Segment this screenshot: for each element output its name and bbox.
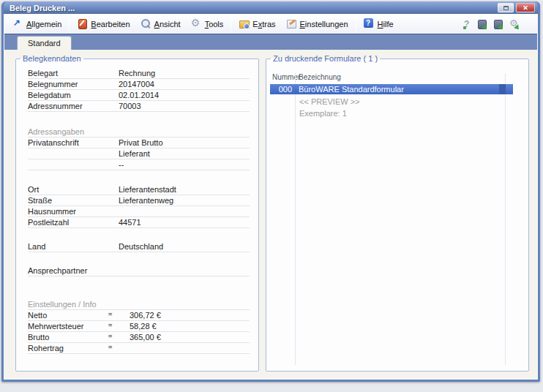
field-value: Lieferantenweg (119, 196, 250, 205)
tab-standard[interactable]: Standard (17, 36, 72, 50)
forms-to-print-legend: Zu druckende Formulare ( 1 ) (271, 54, 380, 63)
toolbar-right-icons (461, 19, 520, 29)
field-label: Rohertrag (28, 344, 119, 353)
field-value: 44571 (119, 218, 250, 227)
menu-item-hilfe[interactable]: Hilfe (359, 16, 399, 32)
field-value: 58,28 € (119, 322, 250, 331)
form-list-row[interactable]: 000BüroWARE Standardformular (270, 84, 513, 94)
field-row: Ansprechpartner (28, 265, 250, 276)
menu-item-label: Einstellungen (300, 20, 348, 29)
field-label: Belegdatum (28, 91, 119, 99)
menu-item-label: Tools (205, 20, 224, 29)
field-label: Adressangaben (28, 127, 119, 136)
field-row: BelegartRechnung (28, 68, 250, 79)
menu-item-bearbeiten[interactable]: Bearbeiten (72, 16, 135, 32)
menu-item-einstellungen[interactable]: Einstellungen (281, 16, 353, 32)
field-value: Deutschland (119, 242, 250, 251)
row-spacer (25, 252, 250, 265)
field-label: Brutto (28, 333, 119, 342)
arrow-up-right-icon (12, 18, 23, 29)
field-label: Belegnummer (28, 80, 119, 88)
field-label: Ansprechpartner (28, 266, 119, 275)
row-spacer (25, 112, 250, 127)
import-document-icon[interactable] (493, 19, 503, 29)
form-number: 000 (270, 85, 295, 94)
field-row: Lieferant (28, 148, 250, 159)
menu-separator (356, 17, 356, 31)
list-header: Nummer Bezeichnung (270, 73, 513, 83)
field-value: 70003 (119, 102, 250, 110)
field-row: Rohertrag= (28, 343, 250, 354)
field-row: Brutto=365,00 € (28, 332, 250, 343)
field-label: Ort (28, 185, 119, 194)
help-question-icon[interactable] (461, 19, 471, 29)
field-value: 02.01.2014 (119, 91, 250, 99)
field-label: Straße (28, 196, 119, 205)
tab-strip: Standard (4, 34, 537, 50)
print-settings-icon[interactable] (509, 19, 520, 29)
equals-icon: = (108, 311, 112, 318)
equals-icon: = (108, 333, 112, 340)
menu-item-tools[interactable]: Tools (186, 16, 229, 32)
field-row: Adressnummer70003 (28, 101, 250, 112)
field-row: PrivatanschriftPrivat Brutto (28, 137, 250, 148)
field-label: Hausnummer (28, 207, 119, 216)
menu-separator (69, 17, 70, 31)
column-header-bezeichnung: Bezeichnung (295, 73, 341, 83)
field-value: -- (119, 160, 250, 169)
menu-item-label: Hilfe (378, 20, 394, 29)
field-value: 306,72 € (119, 311, 250, 320)
menu-item-label: Bearbeiten (91, 20, 130, 29)
window-controls: ✕ (498, 3, 535, 12)
form-rows: 000BüroWARE Standardformular (270, 84, 513, 94)
field-value: Rechnung (119, 69, 250, 78)
gear-icon (191, 18, 202, 29)
title-bar[interactable]: Beleg Drucken ... ✕ (4, 1, 538, 14)
field-row: Mehrwertsteuer=58,28 € (28, 321, 250, 332)
field-label: Netto (28, 311, 119, 320)
forms-list: Nummer Bezeichnung 000BüroWARE Standardf… (270, 73, 513, 365)
forms-to-print-groupbox: Zu druckende Formulare ( 1 ) Nummer Beze… (266, 54, 529, 372)
restore-button[interactable] (498, 3, 514, 12)
field-row: LandDeutschland (28, 241, 250, 252)
row-spacer (25, 228, 250, 241)
field-row: Netto=306,72 € (28, 310, 250, 321)
menu-item-extras[interactable]: Extras (233, 16, 280, 32)
field-row: Belegnummer20147004 (28, 79, 250, 90)
menu-item-allgemein[interactable]: Allgemein (7, 16, 67, 32)
app-window: Beleg Drucken ... ✕ AllgemeinBearbeitenA… (1, 1, 540, 382)
content-area: Belegkenndaten BelegartRechnungBelegnumm… (4, 50, 537, 379)
menu-item-ansicht[interactable]: Ansicht (135, 16, 186, 32)
equals-icon: = (108, 322, 112, 329)
row-spacer (25, 170, 250, 184)
field-row: Postleitzahl44571 (28, 217, 250, 228)
client-area: AllgemeinBearbeitenAnsichtToolsExtrasEin… (4, 14, 538, 380)
field-label: Adressnummer (28, 102, 119, 110)
menu-items: AllgemeinBearbeitenAnsichtToolsExtrasEin… (7, 14, 461, 34)
selection-end-cap (499, 84, 506, 94)
restore-icon (503, 6, 509, 10)
field-label: Land (28, 242, 119, 251)
field-value: Lieferant (119, 149, 250, 158)
field-label: Einstellungen / Info (28, 300, 119, 309)
window-title: Beleg Drucken ... (10, 4, 498, 12)
field-label: Belegart (28, 69, 119, 78)
document-data-legend: Belegkenndaten (20, 54, 83, 63)
field-label: Postleitzahl (28, 218, 119, 227)
menu-item-label: Allgemein (26, 20, 61, 29)
export-document-icon[interactable] (477, 19, 487, 29)
menu-item-label: Ansicht (154, 20, 181, 29)
field-value: 365,00 € (119, 333, 250, 342)
field-value: Privat Brutto (119, 138, 250, 147)
form-name: BüroWARE Standardformular (295, 85, 513, 94)
menu-bar: AllgemeinBearbeitenAnsichtToolsExtrasEin… (4, 14, 537, 34)
settings-pencil-icon (286, 18, 297, 29)
close-button[interactable]: ✕ (516, 3, 535, 12)
copies-indicator: Exemplare: 1 (270, 109, 513, 118)
field-value: 20147004 (119, 80, 250, 88)
preview-indicator: << PREVIEW >> (270, 97, 513, 106)
field-label: Mehrwertsteuer (28, 322, 119, 331)
document-data-rows: BelegartRechnungBelegnummer20147004Beleg… (16, 63, 258, 354)
column-header-nummer: Nummer (270, 73, 295, 83)
field-row: OrtLieferantenstadt (28, 184, 250, 195)
